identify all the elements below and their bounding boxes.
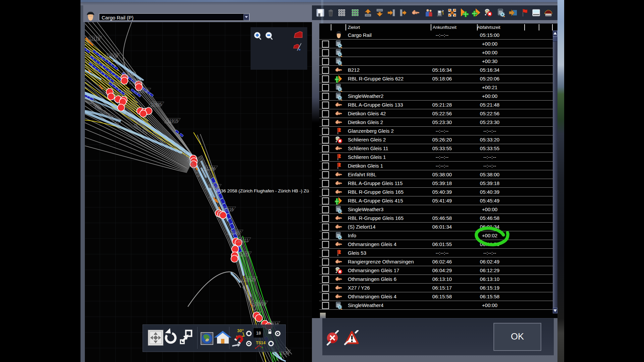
svg-text:11907: 11907 (230, 230, 241, 235)
svg-text:11915: 11915 (167, 119, 178, 123)
svg-text:13211: 13211 (238, 238, 249, 243)
svg-text:11935: 11935 (151, 102, 162, 107)
svg-text:4915: 4915 (132, 79, 141, 84)
svg-text:11833: 11833 (138, 88, 149, 93)
svg-text:12113: 12113 (89, 37, 100, 41)
svg-text:12008: 12008 (107, 54, 118, 58)
svg-text:10928: 10928 (245, 277, 256, 282)
svg-text:11916: 11916 (223, 207, 234, 212)
svg-text:11037: 11037 (238, 252, 250, 257)
svg-text:11904: 11904 (123, 72, 134, 77)
svg-text:IR36 2058 (Zürich Flughafen -: IR36 2058 (Zürich Flughafen - Zürich HB … (216, 188, 309, 193)
svg-text:18: 18 (256, 330, 261, 336)
svg-text:11396: 11396 (205, 166, 216, 171)
svg-text:TS14: TS14 (256, 341, 266, 345)
